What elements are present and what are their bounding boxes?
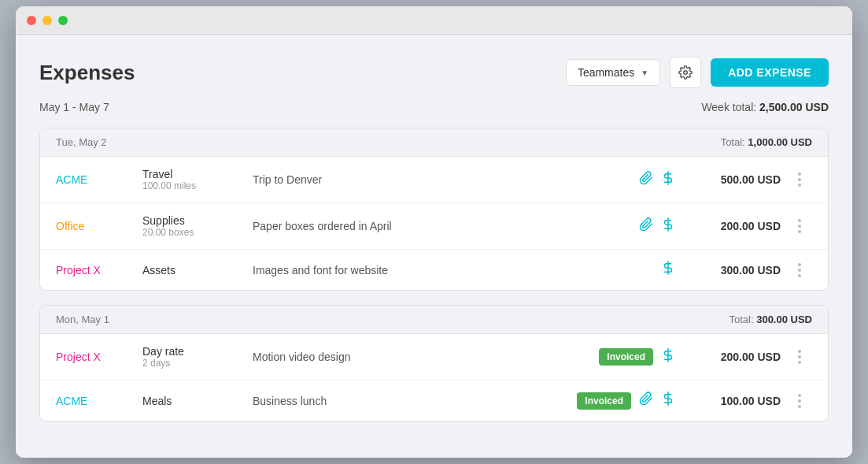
amount: 200.00 USD xyxy=(686,351,781,363)
category: Travel 100.00 miles xyxy=(142,168,253,191)
description: Paper boxes ordered in April xyxy=(253,220,639,232)
section-0: Tue, May 2 Total: 1,000.00 USD ACME Trav… xyxy=(39,128,829,291)
expense-row-0-0: ACME Travel 100.00 miles Trip to Denver … xyxy=(40,157,828,203)
category-name: Supplies xyxy=(142,214,253,227)
maximize-dot[interactable] xyxy=(58,16,68,25)
client-name[interactable]: Office xyxy=(56,220,142,232)
row-icons: Invoiced xyxy=(599,348,675,366)
description: Motion video design xyxy=(253,351,599,363)
section-1: Mon, May 1 Total: 300.00 USD Project X D… xyxy=(39,305,829,421)
more-menu-button[interactable] xyxy=(787,173,812,187)
dollar-icon-btn[interactable] xyxy=(661,392,675,410)
category-name: Travel xyxy=(142,168,253,180)
expense-row-1-0: Project X Day rate 2 days Motion video d… xyxy=(40,334,828,380)
sections-container: Tue, May 2 Total: 1,000.00 USD ACME Trav… xyxy=(39,128,829,421)
attachment-icon-btn[interactable] xyxy=(639,217,653,236)
row-icons xyxy=(661,261,675,279)
amount: 100.00 USD xyxy=(686,395,781,407)
dollar-icon xyxy=(661,217,675,232)
week-total: Week total: 2,500.00 USD xyxy=(701,101,829,113)
ellipsis-icon xyxy=(787,350,812,364)
section-header-1: Mon, May 1 Total: 300.00 USD xyxy=(40,306,828,334)
dollar-icon-btn[interactable] xyxy=(661,261,675,279)
row-icons: Invoiced xyxy=(577,392,675,410)
client-name[interactable]: Project X xyxy=(56,351,142,363)
dollar-icon-btn[interactable] xyxy=(661,348,675,366)
app-window: Expenses Teammates ▼ ADD EXPENSE May 1 -… xyxy=(16,6,852,458)
minimize-dot[interactable] xyxy=(42,16,52,25)
attachment-icon xyxy=(639,217,653,232)
category: Meals xyxy=(142,395,253,407)
more-menu-button[interactable] xyxy=(787,394,812,408)
dollar-icon xyxy=(661,261,675,275)
row-icons xyxy=(639,217,675,236)
dollar-icon xyxy=(661,392,675,406)
section-header-0: Tue, May 2 Total: 1,000.00 USD xyxy=(40,128,828,157)
dollar-icon-btn[interactable] xyxy=(661,171,675,189)
category-sub: 2 days xyxy=(142,358,253,369)
client-name[interactable]: ACME xyxy=(56,395,142,407)
svg-point-0 xyxy=(684,71,688,75)
attachment-icon-btn[interactable] xyxy=(639,171,653,189)
category-sub: 100.00 miles xyxy=(142,180,253,191)
main-content: Expenses Teammates ▼ ADD EXPENSE May 1 -… xyxy=(16,35,852,458)
more-menu-button[interactable] xyxy=(787,263,812,277)
row-icons xyxy=(639,171,675,189)
ellipsis-icon xyxy=(787,219,812,233)
ellipsis-icon xyxy=(787,394,812,408)
more-menu-button[interactable] xyxy=(787,350,812,364)
attachment-icon-btn[interactable] xyxy=(639,392,653,410)
amount: 200.00 USD xyxy=(686,220,781,232)
attachment-icon xyxy=(639,392,653,406)
dollar-icon xyxy=(661,171,675,185)
description: Images and font for website xyxy=(253,264,661,277)
page-title: Expenses xyxy=(39,61,135,85)
category-name: Meals xyxy=(142,395,253,407)
section-total-0: Total: 1,000.00 USD xyxy=(721,136,812,148)
section-total-1: Total: 300.00 USD xyxy=(729,314,812,325)
dollar-icon-btn[interactable] xyxy=(661,217,675,236)
invoiced-badge: Invoiced xyxy=(599,348,653,366)
section-date-1: Mon, May 1 xyxy=(56,314,109,325)
client-name[interactable]: Project X xyxy=(56,264,142,277)
dollar-icon xyxy=(661,348,675,362)
add-expense-button[interactable]: ADD EXPENSE xyxy=(711,58,829,87)
attachment-icon xyxy=(639,171,653,185)
header-row: Expenses Teammates ▼ ADD EXPENSE xyxy=(39,57,829,88)
amount: 500.00 USD xyxy=(686,173,781,186)
category: Assets xyxy=(142,264,253,277)
close-dot[interactable] xyxy=(27,16,36,25)
amount: 300.00 USD xyxy=(686,264,781,277)
teammates-dropdown[interactable]: Teammates ▼ xyxy=(566,59,660,86)
chevron-down-icon: ▼ xyxy=(641,69,648,77)
category: Supplies 20.00 boxes xyxy=(142,214,253,238)
section-date-0: Tue, May 2 xyxy=(56,136,107,148)
date-row: May 1 - May 7 Week total: 2,500.00 USD xyxy=(39,101,829,113)
expense-row-0-2: Project X Assets Images and font for web… xyxy=(40,250,828,290)
expense-row-0-1: Office Supplies 20.00 boxes Paper boxes … xyxy=(40,203,828,250)
category-name: Day rate xyxy=(142,345,253,358)
date-range-label: May 1 - May 7 xyxy=(39,101,109,113)
ellipsis-icon xyxy=(787,263,812,277)
week-total-value: 2,500.00 USD xyxy=(759,101,829,113)
category: Day rate 2 days xyxy=(142,345,253,369)
title-bar xyxy=(16,6,852,35)
category-sub: 20.00 boxes xyxy=(142,227,253,238)
client-name[interactable]: ACME xyxy=(56,173,142,186)
category-name: Assets xyxy=(142,264,253,277)
expense-row-1-1: ACME Meals Business lunch Invoiced 100.0… xyxy=(40,380,828,421)
settings-button[interactable] xyxy=(670,57,701,88)
description: Trip to Denver xyxy=(253,173,639,186)
gear-icon xyxy=(678,65,693,80)
invoiced-badge: Invoiced xyxy=(577,392,631,410)
header-actions: Teammates ▼ ADD EXPENSE xyxy=(566,57,829,88)
description: Business lunch xyxy=(253,395,577,407)
more-menu-button[interactable] xyxy=(787,219,812,233)
ellipsis-icon xyxy=(787,173,812,187)
teammates-label: Teammates xyxy=(578,66,634,79)
